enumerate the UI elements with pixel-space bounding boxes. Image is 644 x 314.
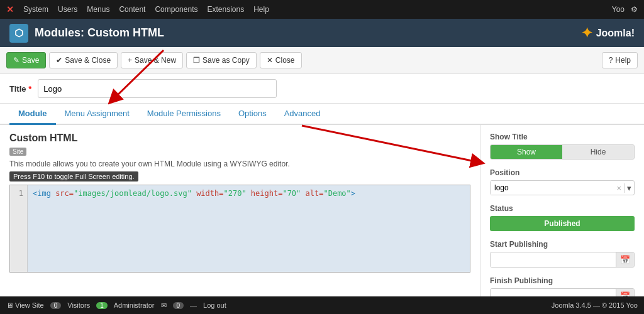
position-input-row[interactable]: × ▾: [490, 180, 635, 195]
joomla-x-icon[interactable]: ✕: [6, 4, 14, 14]
help-icon: ?: [609, 56, 613, 65]
code-content[interactable]: <img src="images/joomlead/logo.svg" widt…: [28, 185, 470, 272]
close-icon: ✕: [267, 56, 273, 65]
main-content: Custom HTML Site This module allows you …: [0, 125, 644, 314]
code-val-width: "270": [223, 189, 246, 198]
code-tag-close: >: [351, 189, 355, 198]
code-editor[interactable]: 1 <img src="images/joomlead/logo.svg" wi…: [9, 185, 470, 273]
title-row: Title *: [0, 74, 644, 104]
show-button[interactable]: Show: [491, 145, 562, 159]
toolbar: ✎ Save ✔ Save & Close + Save & New ❐ Sav…: [0, 47, 644, 74]
status-button[interactable]: Published: [490, 216, 635, 231]
save-close-button[interactable]: ✔ Save & Close: [49, 52, 118, 68]
line-numbers: 1: [10, 185, 28, 272]
joomla-logo: ✦ Joomla!: [581, 25, 635, 41]
bottom-left: 🖥 View Site 0 Visitors 1 Administrator ✉…: [6, 301, 226, 310]
status-label: Status: [490, 204, 635, 213]
left-panel: Custom HTML Site This module allows you …: [0, 125, 480, 314]
joomla-text: Joomla!: [596, 28, 635, 39]
code-val-height: "70": [282, 189, 301, 198]
tab-module-permissions[interactable]: Module Permissions: [138, 104, 230, 125]
code-attr-width: width=: [196, 189, 223, 198]
required-marker: *: [28, 84, 31, 94]
tab-menu-assignment[interactable]: Menu Assignment: [56, 104, 138, 125]
code-val-alt: "Demo": [323, 189, 350, 198]
tabs-bar: Module Menu Assignment Module Permission…: [0, 104, 644, 125]
header-bar: ⬡ Modules: Custom HTML ✦ Joomla!: [0, 19, 644, 47]
start-calendar-icon[interactable]: 📅: [616, 252, 634, 267]
show-title-section: Show Title Show Hide: [490, 133, 635, 160]
view-site-link[interactable]: 🖥 View Site: [6, 301, 44, 309]
page-title: Modules: Custom HTML: [35, 26, 164, 40]
section-title: Custom HTML: [9, 133, 470, 144]
position-clear-icon[interactable]: ×: [614, 183, 624, 193]
code-val-src: "images/joomlead/logo.svg": [74, 189, 192, 198]
save-new-icon: +: [128, 56, 132, 65]
save-new-button[interactable]: + Save & New: [121, 52, 183, 68]
nav-help[interactable]: Help: [253, 5, 269, 14]
joomla-star-icon: ✦: [581, 25, 592, 41]
position-label: Position: [490, 168, 635, 177]
admin-label: Administrator: [114, 301, 155, 309]
position-input[interactable]: [491, 181, 614, 195]
nav-system[interactable]: System: [23, 5, 48, 14]
header-left: ⬡ Modules: Custom HTML: [9, 24, 164, 43]
settings-icon[interactable]: ⚙: [631, 5, 638, 14]
module-icon: ⬡: [9, 24, 28, 43]
nav-extensions[interactable]: Extensions: [207, 5, 244, 14]
tab-options[interactable]: Options: [230, 104, 275, 125]
title-label: Title *: [9, 84, 31, 94]
finish-publishing-label: Finish Publishing: [490, 276, 635, 285]
bottom-bar: 🖥 View Site 0 Visitors 1 Administrator ✉…: [0, 296, 644, 314]
site-badge: Site: [9, 148, 26, 156]
tab-module[interactable]: Module: [9, 104, 56, 125]
code-attr-src: src=: [55, 189, 74, 198]
visitors-label: Visitors: [67, 301, 90, 309]
top-nav-left: ✕ System Users Menus Content Components …: [6, 4, 269, 14]
top-nav-right: Yoo ⚙: [612, 5, 638, 14]
code-attr-height: height=: [251, 189, 283, 198]
position-section: Position × ▾: [490, 168, 635, 195]
show-title-label: Show Title: [490, 133, 635, 141]
nav-content[interactable]: Content: [119, 5, 145, 14]
show-hide-toggle[interactable]: Show Hide: [490, 144, 635, 160]
logout-link[interactable]: Log out: [203, 301, 226, 309]
position-dropdown-icon[interactable]: ▾: [624, 183, 634, 193]
start-publishing-input[interactable]: [491, 253, 616, 267]
right-panel: Show Title Show Hide Position × ▾ Status…: [480, 125, 644, 314]
title-input[interactable]: [38, 79, 277, 98]
nav-menus[interactable]: Menus: [87, 5, 109, 14]
code-attr-alt: alt=: [306, 189, 324, 198]
save-copy-button[interactable]: ❐ Save as Copy: [186, 52, 257, 68]
top-navigation: ✕ System Users Menus Content Components …: [0, 0, 644, 19]
hide-button[interactable]: Hide: [562, 145, 634, 159]
message-icon: ✉: [161, 301, 167, 310]
version-text: Joomla 3.4.5 — © 2015 Yoo: [552, 301, 638, 309]
user-link[interactable]: Yoo: [612, 5, 625, 14]
f10-hint: Press F10 to toggle Full Screen editing.: [9, 171, 138, 181]
admin-badge: 1: [96, 302, 108, 309]
help-button[interactable]: ? Help: [602, 52, 638, 68]
save-button[interactable]: ✎ Save: [6, 52, 46, 68]
save-close-icon: ✔: [56, 56, 62, 65]
zero-badge: 0: [173, 302, 184, 309]
start-publishing-input-row[interactable]: 📅: [490, 252, 635, 268]
start-publishing-label: Start Publishing: [490, 240, 635, 249]
separator: —: [190, 301, 197, 309]
code-tag-open: <img: [33, 189, 51, 198]
tab-advanced[interactable]: Advanced: [275, 104, 330, 125]
status-section: Status Published: [490, 204, 635, 231]
section-description: This module allows you to create your ow…: [9, 160, 470, 168]
nav-components[interactable]: Components: [155, 5, 197, 14]
visitors-badge: 0: [50, 302, 62, 309]
save-copy-icon: ❐: [193, 56, 200, 65]
start-publishing-section: Start Publishing 📅: [490, 240, 635, 268]
nav-users[interactable]: Users: [58, 5, 77, 14]
save-icon: ✎: [13, 56, 19, 65]
monitor-icon: 🖥: [6, 301, 13, 309]
close-button[interactable]: ✕ Close: [260, 52, 302, 68]
